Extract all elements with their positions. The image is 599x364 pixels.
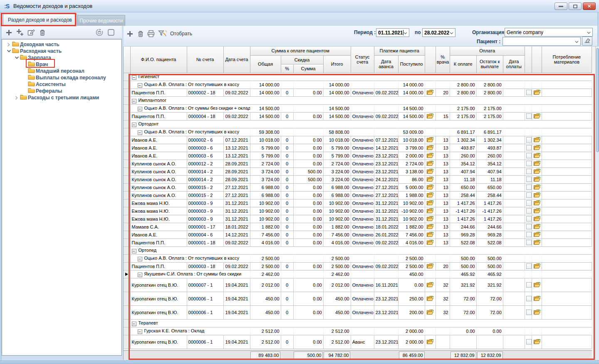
materials-checkbox[interactable]: [526, 137, 532, 143]
invoice-row[interactable]: Иванов А.Е.0000003 - 613.12.20215 799.00…: [124, 144, 592, 152]
account-number-cell[interactable]: 0000015 - 2: [187, 191, 223, 199]
invoice-row[interactable]: Иванов А.Е.0000004 - 614.12.20217 456.00…: [124, 231, 592, 239]
rest-cell[interactable]: 1 417.26: [476, 199, 503, 207]
tree-item-node[interactable]: Расходы с третьими лицами: [2, 94, 121, 101]
materials-checkbox[interactable]: [526, 153, 532, 158]
received-cell[interactable]: 2 000.00: [398, 152, 425, 160]
col-header-pay-date[interactable]: Дата оплаты: [503, 55, 525, 73]
status-cell[interactable]: Оплачено: [351, 136, 374, 144]
open-folder-icon[interactable]: [426, 91, 434, 96]
materials-cell[interactable]: [542, 335, 592, 349]
pay-date-cell[interactable]: [503, 160, 525, 167]
rest-cell[interactable]: 72.00: [476, 292, 503, 305]
open-folder-icon[interactable]: [533, 340, 541, 345]
minimize-button[interactable]: [554, 2, 567, 10]
open-folder-icon[interactable]: [533, 154, 541, 159]
rest-cell[interactable]: 2 175.00: [476, 112, 503, 120]
clear-patient-button[interactable]: [582, 37, 592, 46]
collapse-icon[interactable]: [5, 49, 12, 53]
advance-date-cell[interactable]: 18.01.2022: [374, 223, 398, 231]
open-folder-icon[interactable]: [533, 297, 541, 302]
total-cell[interactable]: 2 500.00: [250, 262, 281, 270]
tree-item-selected[interactable]: Врач: [2, 61, 121, 68]
copy-icon[interactable]: [106, 28, 116, 37]
materials-document-cell[interactable]: [532, 191, 542, 199]
received-cell[interactable]: 86.00: [398, 175, 425, 183]
total-cell[interactable]: 450.00: [250, 292, 281, 305]
total-cell[interactable]: 3 724.00: [250, 175, 281, 183]
advance-date-cell[interactable]: 31.12.2021: [374, 199, 398, 207]
doctor-pct-cell[interactable]: 13: [436, 183, 450, 191]
itogo-cell[interactable]: 14 000.00: [323, 89, 351, 96]
advance-date-cell[interactable]: 23.12.2021: [374, 152, 398, 160]
open-folder-icon[interactable]: [426, 170, 434, 175]
doctor-pct-cell[interactable]: 13: [436, 199, 450, 207]
discount-pct-cell[interactable]: 0: [281, 239, 293, 246]
invoice-date-cell[interactable]: 28.09.2021: [223, 160, 250, 167]
subgroup-name-cell[interactable]: −Оцько А.В. Оплата : От суммы без скидки…: [130, 104, 250, 112]
collapse-group-button[interactable]: −: [132, 249, 136, 253]
discount-pct-cell[interactable]: 0: [281, 199, 293, 207]
materials-cell[interactable]: [542, 191, 592, 199]
group-name-cell[interactable]: −Ортопед: [130, 246, 592, 254]
vertical-scrollbar[interactable]: [595, 47, 599, 360]
discount-pct-cell[interactable]: 0: [281, 231, 293, 239]
col-header-to-pay[interactable]: К оплате: [450, 55, 476, 73]
open-folder-icon[interactable]: [426, 138, 434, 143]
patient-name-cell[interactable]: Иванов А.Е.: [130, 144, 187, 152]
col-header-account[interactable]: № счета: [187, 47, 223, 73]
doctor-pct-cell[interactable]: 13: [436, 239, 450, 246]
discount-sum-cell[interactable]: 0.00: [293, 278, 323, 292]
doctor-pct-cell[interactable]: [436, 335, 450, 349]
col-header-payment-group[interactable]: Оплата: [450, 47, 525, 55]
pay-date-cell[interactable]: [503, 305, 525, 319]
to-pay-cell[interactable]: 2 175.00: [450, 112, 476, 120]
total-cell[interactable]: 4 016.00: [250, 239, 281, 246]
received-cell[interactable]: 0.00: [398, 278, 425, 292]
group-name-cell[interactable]: −Гигиенист: [130, 73, 592, 81]
status-cell[interactable]: Оплачено: [351, 278, 374, 292]
materials-checkbox[interactable]: [526, 339, 532, 344]
collapse-subgroup-button[interactable]: −: [138, 273, 142, 277]
discount-pct-cell[interactable]: 0: [281, 152, 293, 160]
discount-sum-cell[interactable]: 0.00: [293, 223, 323, 231]
discount-sum-cell[interactable]: 0.00: [293, 207, 323, 215]
open-folder-icon[interactable]: [426, 283, 434, 288]
discount-pct-cell[interactable]: 0: [281, 136, 293, 144]
select-filter-icon[interactable]: [158, 30, 167, 38]
invoice-date-cell[interactable]: 31.12.2021: [223, 207, 250, 215]
invoice-row[interactable]: Иванов А.Е.0000002 - 607.12.202110 018.0…: [124, 136, 592, 144]
materials-document-cell[interactable]: [532, 292, 542, 305]
collapse-subgroup-button[interactable]: −: [138, 107, 142, 111]
materials-cell[interactable]: [542, 175, 592, 183]
col-header-fio[interactable]: Ф.И.О. пациента: [130, 47, 187, 73]
materials-check-cell[interactable]: [525, 191, 532, 199]
materials-document-cell[interactable]: [532, 207, 542, 215]
patient-name-cell[interactable]: Куропаткин отец В.Ю.: [130, 292, 187, 305]
materials-cell[interactable]: [542, 152, 592, 160]
payment-document-cell[interactable]: [425, 144, 436, 152]
open-folder-icon[interactable]: [533, 209, 541, 214]
add-record-icon[interactable]: [125, 30, 134, 38]
payment-document-cell[interactable]: [425, 183, 436, 191]
to-pay-cell[interactable]: 1 417.26: [450, 215, 476, 223]
discount-sum-cell[interactable]: 500.00: [293, 175, 323, 183]
account-number-cell[interactable]: 0000003 - 18: [187, 262, 223, 270]
discount-sum-cell[interactable]: 0.00: [293, 136, 323, 144]
subgroup-name-cell[interactable]: −Оцько А.В. Оплата : От поступивших в ка…: [130, 254, 250, 262]
pay-date-cell[interactable]: [503, 199, 525, 207]
invoice-date-cell[interactable]: 27.12.2021: [223, 183, 250, 191]
account-number-cell[interactable]: 0000002 - 18: [187, 89, 223, 96]
doctor-pct-cell[interactable]: 32: [436, 292, 450, 305]
materials-document-cell[interactable]: [532, 89, 542, 96]
account-number-cell[interactable]: 0000003 - 6: [187, 144, 223, 152]
materials-document-cell[interactable]: [532, 239, 542, 246]
pay-date-cell[interactable]: [503, 278, 525, 292]
subgroup-row[interactable]: −Оцько А.В. Оплата : От поступивших в ка…: [124, 254, 592, 262]
open-folder-icon[interactable]: [426, 311, 434, 316]
materials-document-cell[interactable]: [532, 152, 542, 160]
materials-check-cell[interactable]: [525, 292, 532, 305]
account-number-cell[interactable]: 0000001 - 17: [187, 223, 223, 231]
doctor-pct-cell[interactable]: 13: [436, 215, 450, 223]
account-number-cell[interactable]: 0000014 - 2: [187, 175, 223, 183]
